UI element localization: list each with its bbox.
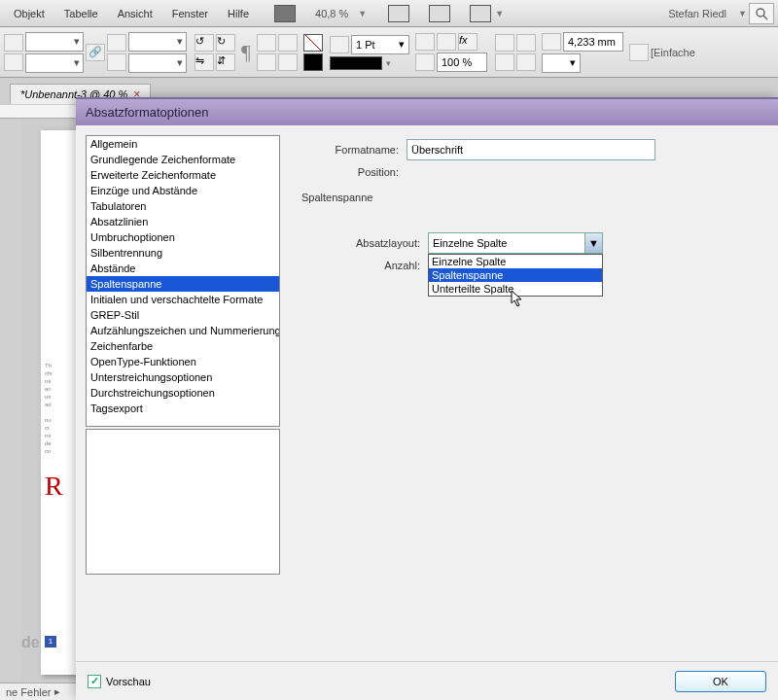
inset-icon xyxy=(542,33,561,51)
position-label: Position: xyxy=(300,166,407,178)
paragraph-style-select[interactable]: ▾ xyxy=(25,32,84,52)
layout-option[interactable]: Spaltenspanne xyxy=(429,268,602,282)
corner-select[interactable]: ▾ xyxy=(542,53,581,73)
stroke-weight-select[interactable]: 1 Pt▾ xyxy=(351,35,409,54)
opacity-select[interactable]: 100 % xyxy=(437,52,487,72)
inset-value[interactable]: 4,233 mm xyxy=(563,32,623,52)
arrange-dropdown-icon[interactable]: ▼ xyxy=(493,9,506,18)
user-dropdown-icon[interactable]: ▼ xyxy=(736,9,749,18)
status-text: ne Fehler xyxy=(6,686,51,698)
dialog-footer: ✓ Vorschau OK xyxy=(76,661,778,700)
wrap-3-icon[interactable] xyxy=(495,53,514,71)
user-name[interactable]: Stefan Riedl xyxy=(658,8,736,19)
menubar: Objekt Tabelle Ansicht Fenster Hilfe 40,… xyxy=(0,0,778,27)
align-right-icon[interactable] xyxy=(278,53,298,71)
char-style-select[interactable]: ▾ xyxy=(25,53,84,73)
rotate-ccw-icon[interactable]: ↺ xyxy=(194,34,214,52)
layout-dropdown-list[interactable]: Einzelne SpalteSpaltenspanneUnterteilte … xyxy=(428,254,603,297)
menu-tabelle[interactable]: Tabelle xyxy=(54,4,108,23)
zoom-percent[interactable]: 40,8 % xyxy=(307,8,356,19)
category-item[interactable]: Abstände xyxy=(87,261,279,276)
font-style-icon[interactable] xyxy=(107,53,126,71)
char-style-icon[interactable] xyxy=(4,53,23,71)
wrap-2-icon[interactable] xyxy=(516,34,536,52)
view-mode-2-icon[interactable] xyxy=(429,5,450,22)
arrange-icon[interactable] xyxy=(470,5,491,22)
category-item[interactable]: Allgemein xyxy=(87,136,279,152)
fx-1-icon[interactable] xyxy=(415,33,435,51)
category-item[interactable]: Unterstreichungsoptionen xyxy=(87,369,279,385)
category-item[interactable]: Spaltenspanne xyxy=(87,276,279,292)
menu-objekt[interactable]: Objekt xyxy=(4,4,54,23)
link-icon[interactable]: 🔗 xyxy=(86,44,105,61)
formatname-input[interactable] xyxy=(407,139,655,160)
fx-text-icon[interactable]: fx xyxy=(458,33,477,51)
category-item[interactable]: OpenType-Funktionen xyxy=(87,354,279,369)
align-abc-icon[interactable] xyxy=(278,34,298,52)
svg-point-0 xyxy=(757,9,764,17)
ok-button[interactable]: OK xyxy=(675,671,766,692)
chevron-down-icon: ▼ xyxy=(584,233,602,253)
zoom-dropdown-icon[interactable]: ▼ xyxy=(356,9,369,18)
pilcrow-icon: ¶ xyxy=(241,40,251,65)
menu-fenster[interactable]: Fenster xyxy=(162,4,218,23)
section-header: Spaltenspanne xyxy=(301,192,764,203)
menu-ansicht[interactable]: Ansicht xyxy=(108,4,162,23)
paragraph-style-icon[interactable] xyxy=(4,34,23,52)
fx-2-icon[interactable] xyxy=(437,33,456,51)
preview-checkbox[interactable]: ✓ xyxy=(88,675,101,688)
category-item[interactable]: Durchstreichungsoptionen xyxy=(87,385,279,401)
font-icon[interactable] xyxy=(107,34,126,52)
layout-label: Absatzlayout: xyxy=(300,237,428,249)
control-toolbar: ▾▾ 🔗 ▾▾ ↺↻ ⇋⇵ ¶ 1 Pt▾ ▾ fx 100 % 4,233 m… xyxy=(0,27,778,78)
category-item[interactable]: Tagsexport xyxy=(87,401,279,416)
layout-dropdown[interactable]: Einzelne Spalte ▼ Einzelne SpalteSpalten… xyxy=(428,232,603,254)
magnifier-icon xyxy=(755,7,768,20)
frame-icon[interactable] xyxy=(629,44,649,61)
dialog-title: Absatzformatoptionen xyxy=(76,99,778,125)
view-mode-1-icon[interactable] xyxy=(388,5,409,22)
stroke-swatch[interactable] xyxy=(303,34,323,52)
align-left-icon[interactable] xyxy=(257,34,276,52)
watermark-text: de xyxy=(21,634,40,651)
category-list[interactable]: AllgemeinGrundlegende ZeichenformateErwe… xyxy=(86,135,280,427)
fill-swatch[interactable] xyxy=(303,53,323,71)
opacity-icon[interactable] xyxy=(415,53,435,71)
page: Thchimianutiadnoctmidecn R 1 xyxy=(41,130,80,675)
align-center-icon[interactable] xyxy=(257,53,276,71)
frame-mode: [Einfache xyxy=(651,47,695,58)
category-item[interactable]: Aufzählungszeichen und Nummerierung xyxy=(87,323,279,338)
category-item[interactable]: Einzüge und Abstände xyxy=(87,183,279,198)
category-item[interactable]: GREP-Stil xyxy=(87,307,279,323)
paragraph-style-options-dialog: Absatzformatoptionen AllgemeinGrundlegen… xyxy=(76,97,778,700)
layout-option[interactable]: Unterteilte Spalte xyxy=(429,282,602,296)
font-style-select[interactable]: ▾ xyxy=(128,53,187,73)
font-select[interactable]: ▾ xyxy=(128,32,187,52)
category-item[interactable]: Umbruchoptionen xyxy=(87,229,279,245)
category-item[interactable]: Grundlegende Zeichenformate xyxy=(87,152,279,167)
search-button[interactable] xyxy=(749,3,774,24)
preview-toggle-icon[interactable] xyxy=(274,5,296,22)
preview-checkbox-label[interactable]: Vorschau xyxy=(106,676,151,687)
layout-option[interactable]: Einzelne Spalte xyxy=(429,255,602,268)
category-item[interactable]: Zeichenfarbe xyxy=(87,338,279,354)
category-item[interactable]: Initialen und verschachtelte Formate xyxy=(87,292,279,307)
layout-value: Einzelne Spalte xyxy=(433,237,507,249)
wrap-1-icon[interactable] xyxy=(495,34,514,52)
dropcap-letter: R xyxy=(45,471,63,502)
stroke-type-swatch[interactable] xyxy=(330,56,382,70)
category-item[interactable]: Erweiterte Zeichenformate xyxy=(87,167,279,183)
page-number-badge: 1 xyxy=(45,636,56,648)
flip-v-icon[interactable]: ⇵ xyxy=(216,53,235,71)
category-item[interactable]: Tabulatoren xyxy=(87,198,279,214)
body-text-preview: Thchimianutiadnoctmidecn xyxy=(45,362,76,455)
preview-box xyxy=(86,429,280,575)
count-label: Anzahl: xyxy=(300,260,428,271)
menu-hilfe[interactable]: Hilfe xyxy=(218,4,259,23)
category-item[interactable]: Silbentrennung xyxy=(87,245,279,261)
flip-h-icon[interactable]: ⇋ xyxy=(194,53,214,71)
wrap-4-icon[interactable] xyxy=(516,53,536,71)
rotate-cw-icon[interactable]: ↻ xyxy=(216,34,235,52)
category-item[interactable]: Absatzlinien xyxy=(87,214,279,229)
formatname-label: Formatname: xyxy=(300,144,407,156)
